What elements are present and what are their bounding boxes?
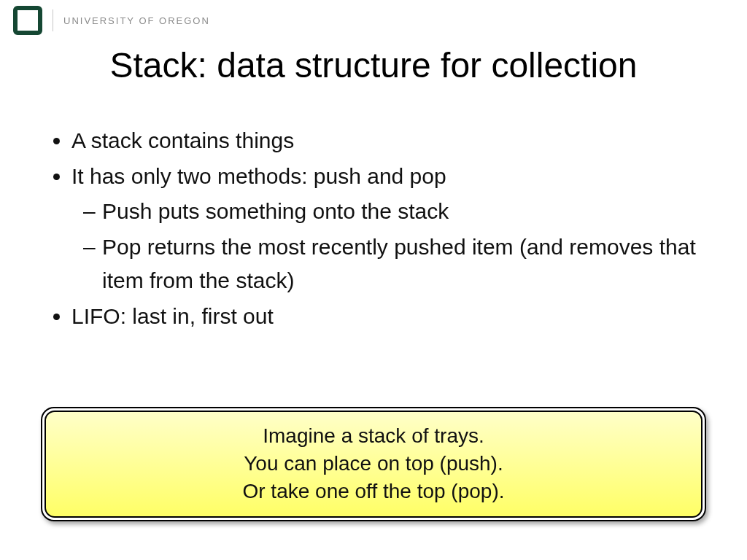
institution-name: UNIVERSITY OF OREGON: [63, 15, 210, 26]
callout-line: Or take one off the top (pop).: [53, 478, 694, 505]
list-item: Pop returns the most recently pushed ite…: [102, 230, 711, 298]
list-item: A stack contains things: [71, 124, 711, 158]
list-item: LIFO: last in, first out: [71, 300, 711, 334]
slide: UNIVERSITY OF OREGON Stack: data structu…: [0, 0, 747, 560]
callout-line: You can place on top (push).: [53, 450, 694, 478]
oregon-logo-icon: [13, 6, 42, 35]
callout-inner: Imagine a stack of trays. You can place …: [44, 411, 703, 518]
callout-outer: Imagine a stack of trays. You can place …: [41, 407, 706, 521]
header-divider: [53, 9, 53, 31]
list-item: Push puts something onto the stack: [102, 195, 711, 229]
list-item: It has only two methods: push and pop: [71, 160, 711, 194]
bullet-list: A stack contains things It has only two …: [50, 124, 711, 335]
callout-line: Imagine a stack of trays.: [53, 422, 694, 450]
callout-box: Imagine a stack of trays. You can place …: [41, 407, 706, 521]
slide-title: Stack: data structure for collection: [0, 45, 747, 85]
header: UNIVERSITY OF OREGON: [13, 6, 210, 35]
